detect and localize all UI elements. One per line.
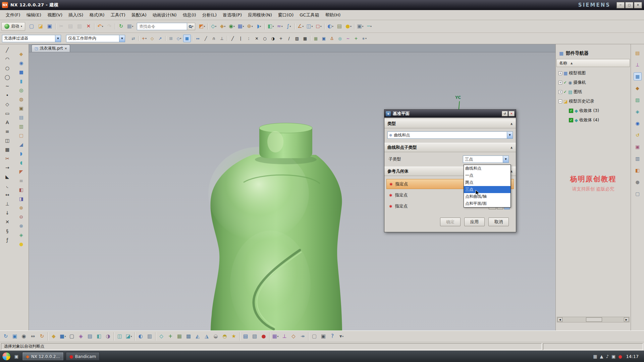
dropdown-arrow-icon[interactable]: ▾ [273,25,274,28]
dropdown-arrow-icon[interactable]: ▾ [365,37,367,40]
lattice-icon[interactable]: ▩ [184,332,193,341]
dropdown-arrow-icon[interactable]: ▾ [233,25,235,28]
helix-icon[interactable]: § [3,227,12,235]
freeform-surface-icon[interactable]: ◧▾ [266,22,275,31]
high-quality-icon[interactable]: ★ [229,332,238,341]
touch-mode-icon[interactable]: ▢ [310,332,319,341]
create-point-icon[interactable]: + [352,35,360,42]
expand-icon[interactable]: + [558,81,562,84]
edge-blend-icon[interactable]: ◗▾ [255,22,263,31]
wireframe-style-icon[interactable]: ▢ [67,332,76,341]
checkbox-icon[interactable]: ✓ [569,118,573,122]
reuse-library-icon[interactable]: ◆ [634,84,642,92]
chamfer-feature-icon[interactable]: ◤ [17,167,25,176]
dropdown-arrow-icon[interactable]: ▾ [180,37,181,40]
type-combo[interactable]: ⊕ 曲线和点 ▼ [387,131,513,139]
touch-ruler-icon[interactable]: ─▾ [365,22,374,31]
work-plane-icon[interactable]: ⊞ [167,35,175,42]
object-display-icon[interactable]: ●▾ [344,22,353,31]
datum-axis-icon[interactable]: ⊥ [218,35,226,42]
dropdown-arrow-icon[interactable]: ▾ [281,25,283,28]
grid-display-icon[interactable]: ▦ [175,332,184,341]
split-body-icon[interactable]: ◨ [17,194,25,203]
layer-settings-icon[interactable]: ▤ [335,22,344,31]
face-edges-icon[interactable]: ▨ [86,332,94,341]
save-icon[interactable]: ▣ [45,22,54,31]
ellipse-icon[interactable]: ◯ [3,73,12,81]
menu-item[interactable]: 分析(L) [199,11,220,19]
dropdown-option[interactable]: 两点 [464,179,511,186]
datum-plane-icon[interactable]: ◇▾ [209,22,218,31]
menu-item[interactable]: 首选项(P) [220,11,245,19]
menu-item[interactable]: 工具(T) [108,11,128,19]
constraint-icon[interactable]: ⊥ [3,199,12,208]
chevron-up-icon[interactable]: ∧ [510,146,513,149]
record-icon[interactable]: ● [618,354,622,359]
datum-display-icon[interactable]: ◇ [157,332,166,341]
dropdown-option[interactable]: 一点 [464,172,511,179]
fit-window-icon[interactable]: ▣ [10,332,19,341]
close-button[interactable]: ✕ [634,2,642,8]
snap-point-on-face-icon[interactable]: ▨ [293,35,301,42]
checkbox-icon[interactable]: ✓ [569,109,573,113]
visualization-icon[interactable]: ◑ [104,332,112,341]
grid-icon[interactable]: ▦ [312,35,320,42]
dropdown-arrow-icon[interactable]: ▾ [332,25,333,28]
scroll-right-icon[interactable]: ▶ [624,317,629,322]
rib-icon[interactable]: ▥ [17,122,25,130]
dropdown-arrow-icon[interactable]: ▼ [119,35,125,42]
snap-quadrant-icon[interactable]: ◑ [269,35,277,42]
project-curve-icon[interactable]: ↓ [3,208,12,217]
expand-icon[interactable]: + [558,71,562,75]
movie-record-icon[interactable]: ● [259,332,268,341]
navigator-item[interactable]: +▦模型视图 [556,68,631,78]
dropdown-arrow-icon[interactable]: ▼ [503,156,508,163]
dropdown-option[interactable]: 三点 [464,186,511,193]
pattern-curve-icon[interactable]: ▦ [3,145,12,154]
menu-item[interactable]: 格式(R) [86,11,107,19]
edge-blend-feature-icon[interactable]: ◗ [17,149,25,158]
snap-arc-center-icon[interactable]: ○ [261,35,269,42]
through-curves-icon[interactable]: ≈▾ [275,22,284,31]
dropdown-arrow-icon[interactable]: ▾ [320,25,322,28]
dropdown-arrow-icon[interactable]: ▾ [302,25,304,28]
window-icon[interactable]: ▣▾ [356,22,365,31]
adaptive-shell-icon[interactable]: ◻▾ [314,22,323,31]
unite-icon[interactable]: ⊕▾ [246,22,254,31]
export-image-icon[interactable]: ▧ [250,332,259,341]
full-screen-icon[interactable]: ▣ [319,332,328,341]
pattern-feature-icon[interactable]: ▦▾ [236,22,245,31]
shell-icon[interactable]: ▢ [17,131,25,139]
menu-item[interactable]: 帮助(H) [322,11,343,19]
dropdown-arrow-icon[interactable]: ▾ [215,25,217,28]
navigator-item[interactable]: +✓▤图纸 [556,87,631,97]
dialog-close-icon[interactable]: ✕ [508,111,515,116]
draft-icon[interactable]: ◢ [17,140,25,148]
text-icon[interactable]: A [3,118,12,126]
zoom-icon[interactable]: ◉ [19,332,28,341]
dropdown-option[interactable]: 曲线和点 [464,165,511,172]
intersect-icon[interactable]: ⊗ [17,222,25,230]
dropdown-arrow-icon[interactable]: ▾ [243,25,244,28]
hole-feature-icon[interactable]: ◎ [17,86,25,94]
nx-task-button[interactable]: ◆NX 12.0.0.2... [22,352,64,361]
navigator-item[interactable]: +✓◉摄像机 [556,78,631,87]
offset-curve-icon[interactable]: ≡ [3,127,12,135]
quick-trim-icon[interactable]: ✂ [3,154,12,163]
snap-line-icon[interactable]: ╱ [202,35,210,42]
manage-icon[interactable]: ▥ [634,155,642,163]
rapid-refresh-icon[interactable]: ↻ [117,22,125,31]
menu-item[interactable]: 视图(V) [44,11,65,19]
extrude-icon[interactable]: ◆▾ [218,22,227,31]
new-file-icon[interactable]: ▢ [27,22,36,31]
spotlight-icon[interactable]: ◓ [220,332,229,341]
dropdown-arrow-icon[interactable]: ▾ [260,25,261,28]
touch-panel-icon[interactable]: ▢ [634,190,642,198]
dropdown-arrow-icon[interactable]: ▾ [132,25,133,28]
menu-item[interactable]: 应用模块(N) [245,11,275,19]
snap-intersection-icon[interactable]: ✕ [253,35,261,42]
more-commands-icon[interactable]: ▾▾ [337,332,346,341]
ambient-light-icon[interactable]: ◒ [211,332,220,341]
sphere-icon[interactable]: ● [17,240,25,248]
navigator-item[interactable]: ✓◆收敛体 (3) [556,106,631,115]
